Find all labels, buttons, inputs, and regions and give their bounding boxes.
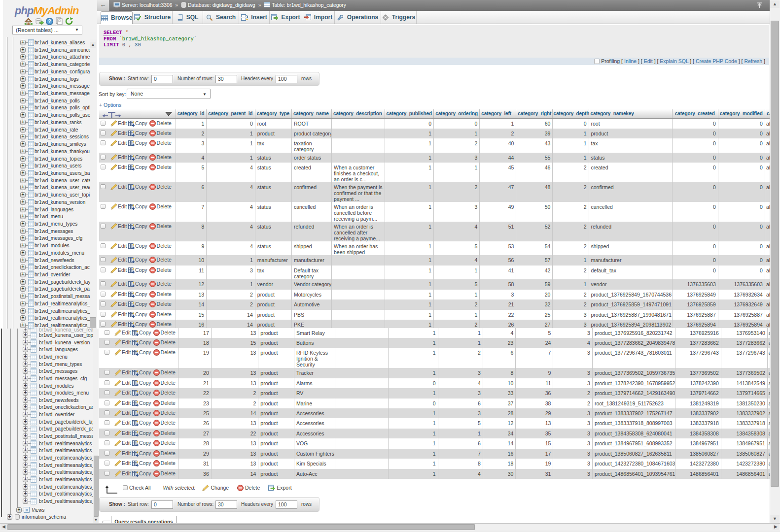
svg-text:?: ?	[48, 19, 51, 24]
